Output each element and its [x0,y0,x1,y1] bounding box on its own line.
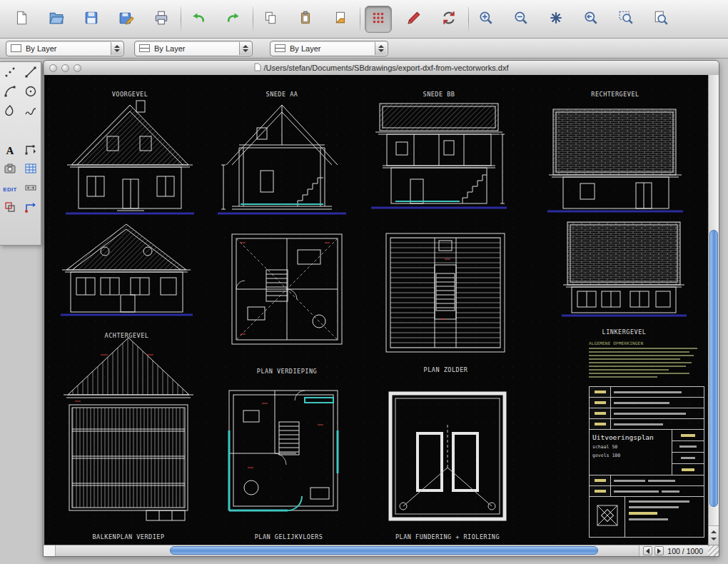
duplicate-button[interactable] [328,6,353,32]
notes-title: ALGEMENE OPMERKINGEN [589,341,703,346]
scroll-up-button[interactable] [711,530,717,533]
resize-grip[interactable] [708,545,719,556]
zoom-page-button[interactable] [648,6,674,32]
redo-icon [226,10,241,29]
drawing-snede-bb[interactable]: SNEDE BB [371,91,507,221]
zoom-previous-button[interactable] [578,6,604,32]
arc-tool[interactable] [1,84,19,101]
copy-object-tool[interactable] [1,200,19,217]
edit-tool[interactable]: EDIT [1,181,19,198]
horizontal-scrollbar-thumb[interactable] [170,546,598,555]
copy-button[interactable] [258,6,283,32]
window-bottom-bar: 100 / 1000 [44,545,719,556]
toolbar-separator [253,7,253,31]
shape-tool[interactable] [1,104,19,121]
window-titlebar[interactable]: /Users/stefan/Documents/SBdrawings/expor… [44,61,719,76]
window-title-area: /Users/stefan/Documents/SBdrawings/expor… [44,61,719,75]
color-swatch [11,44,21,52]
image-tool[interactable] [1,161,19,178]
drawing-plan-zolder[interactable]: PLAN ZOLDER [376,231,515,373]
lineweight-by-layer-dropdown[interactable]: By Layer [270,41,388,56]
new-document-icon [14,10,29,29]
note-line [589,351,689,353]
note-line [589,369,669,371]
drawing-plan-verdieping[interactable]: PLAN VERDIEPING [219,228,355,375]
company-logo [595,503,620,530]
new-document-button[interactable] [9,6,34,32]
vertical-scrollbar[interactable] [708,75,719,545]
redline-button[interactable] [401,6,427,32]
drawing-label: VOORGEVEL [66,91,194,98]
drawing-plan-gelijkvloers[interactable]: PLAN GELIJKVLOERS [219,382,358,540]
transform-icon [24,201,37,216]
zoom-window-button-titlebar[interactable] [74,64,81,72]
zoom-out-button[interactable] [508,6,534,32]
note-line [589,355,694,356]
linetype-by-layer-dropdown[interactable]: By Layer [134,41,253,56]
zoom-in-button[interactable] [473,6,499,32]
copy-object-icon [4,201,16,216]
drawing-balkenplan-verdiep[interactable]: BALKENPLAN VERDIEP [61,333,196,540]
note-line [589,366,686,367]
print-icon [153,10,169,29]
drawing-plan-fundering[interactable]: PLAN FUNDERING + RIOLERING [376,383,519,540]
note-line [589,358,680,360]
titleblock-line: schaal 50 [592,444,669,450]
table-tool[interactable] [21,161,40,178]
spline-tool[interactable] [21,104,40,121]
vertical-scrollbar-thumb[interactable] [709,230,718,507]
open-folder-icon [49,10,64,29]
zoom-window-icon [618,10,634,29]
line-tool[interactable] [21,65,40,82]
horizontal-scrollbar[interactable] [56,545,639,556]
dropdown-value: By Layer [26,44,111,53]
dimension-tool[interactable] [21,181,40,198]
arc-icon [4,85,16,101]
titleblock: Uitvoeringsplan schaal 50 gevels 100 [589,386,704,538]
drawing-rechtergevel[interactable]: RECHTERGEVEL [547,91,683,221]
palette-spacer [1,123,40,140]
open-button[interactable] [44,6,69,32]
node-edit-tool[interactable] [21,142,40,159]
drawing-snede-aa[interactable]: SNEDE AA [218,91,346,221]
drawing-label: BALKENPLAN VERDIEP [61,533,196,540]
drawing-linkergevel[interactable]: LINKERGEVEL [562,218,687,336]
scroll-down-button[interactable] [711,538,717,540]
color-by-layer-dropdown[interactable]: By Layer [6,41,124,56]
zoom-extents-icon [548,10,564,29]
save-as-button[interactable] [113,6,139,32]
scroll-corner [44,545,56,556]
linetype-swatch [139,44,150,52]
save-button[interactable] [79,6,104,32]
window-title: /Users/stefan/Documents/SBdrawings/expor… [264,64,509,72]
circle-tool[interactable] [21,84,40,101]
drawing-voorgevel[interactable]: VOORGEVEL [66,91,194,221]
stepper-arrows[interactable] [111,42,123,55]
table-grid-icon [24,162,37,178]
minimize-window-button[interactable] [61,64,69,72]
edit-tool-label: EDIT [3,186,16,193]
titleblock-line: gevels 100 [592,453,669,458]
shape-icon [4,104,16,120]
paste-button[interactable] [293,6,318,32]
undo-button[interactable] [186,6,211,32]
close-window-button[interactable] [49,64,57,72]
transform-tool[interactable] [21,200,40,217]
previous-page-button[interactable] [643,546,652,555]
drawing-canvas[interactable]: VOORGEVEL SNEDE AA [44,75,708,545]
drawing-achtergevel[interactable]: ACHTERGEVEL [61,221,193,339]
redo-button[interactable] [221,6,246,32]
note-line [589,373,689,374]
zoom-window-button[interactable] [613,6,639,32]
circle-icon [24,85,37,101]
text-tool[interactable]: A [1,142,19,159]
print-button[interactable] [148,6,174,32]
stepper-arrows[interactable] [375,42,387,55]
next-page-button[interactable] [654,546,664,555]
vertical-scroll-buttons [709,525,719,545]
refresh-button[interactable] [436,6,462,32]
stepper-arrows[interactable] [239,42,251,55]
zoom-extents-button[interactable] [543,6,569,32]
point-snap-tool[interactable] [1,65,19,82]
grid-toggle-button[interactable] [365,6,392,33]
